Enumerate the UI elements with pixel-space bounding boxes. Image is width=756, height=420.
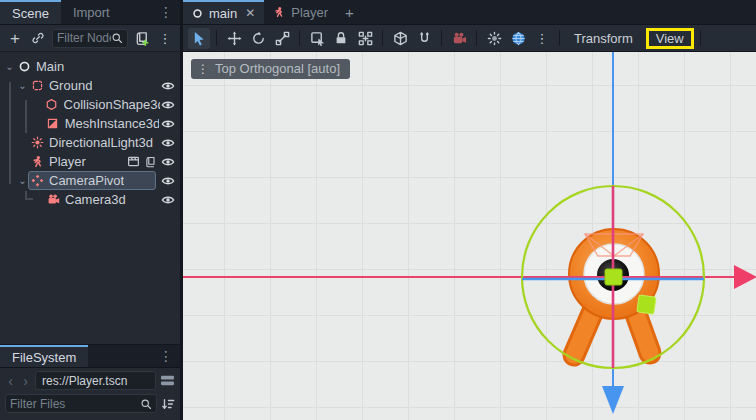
tree-item-label: Ground	[49, 78, 92, 93]
tree-item-collisionshape3d[interactable]: CollisionShape3d	[0, 95, 180, 114]
add-node-button[interactable]: +	[6, 28, 24, 48]
rotate-tool-button[interactable]	[247, 28, 269, 49]
scene-tree-menu-dots-icon[interactable]: ⋮	[156, 28, 174, 48]
local-space-cube-icon	[393, 31, 408, 46]
snap-magnet-icon	[417, 31, 432, 46]
collapse-arrow-icon[interactable]: ⌄	[16, 175, 29, 186]
snap-toggle-button[interactable]	[413, 28, 435, 49]
tree-item-label: MeshInstance3d	[65, 116, 159, 131]
gizmo-plane-handle[interactable]	[637, 295, 656, 314]
attach-script-button[interactable]	[133, 28, 151, 48]
lock-icon	[334, 31, 348, 45]
visibility-eye-icon[interactable]	[159, 155, 176, 169]
tree-item-label: Camera3d	[65, 192, 126, 207]
tab-import[interactable]: Import	[61, 0, 122, 24]
scene-tree: ⌄ Main ⌄ Ground CollisionShape3d	[0, 52, 180, 345]
tab-filesystem[interactable]: FileSystem	[0, 345, 88, 367]
filter-files-field[interactable]	[5, 394, 157, 413]
annotation-highlight-box: View	[646, 28, 694, 49]
nav-forward-icon[interactable]: ›	[20, 373, 31, 389]
list-select-icon	[310, 31, 325, 46]
scene-tab-main[interactable]: main ✕	[183, 0, 264, 24]
move-tool-icon	[227, 31, 242, 46]
scale-tool-button[interactable]	[271, 28, 293, 49]
scene-tabbar: main ✕ Player +	[183, 0, 756, 25]
filter-nodes-input[interactable]	[57, 31, 111, 45]
tab-scene-label: Scene	[12, 6, 49, 21]
tree-item-camerapivot[interactable]: ⌄ CameraPivot	[0, 171, 180, 190]
directionallight3d-icon	[31, 136, 44, 149]
viewport-view-label: Top Orthogonal [auto]	[215, 61, 340, 76]
left-dock: Scene Import ⋮ +	[0, 0, 180, 420]
player-character-icon	[31, 155, 44, 168]
tree-item-label: Main	[36, 59, 64, 74]
viewport-toolbar: ⋮ Transform View	[183, 25, 756, 52]
visibility-eye-icon[interactable]	[160, 98, 176, 112]
main-editor-area: main ✕ Player +	[180, 0, 756, 420]
tab-scene[interactable]: Scene	[0, 0, 61, 24]
group-node-button[interactable]	[354, 28, 376, 49]
tree-item-meshinstance3d[interactable]: MeshInstance3d	[0, 114, 180, 133]
use-local-space-button[interactable]	[389, 28, 411, 49]
visibility-eye-icon[interactable]	[159, 193, 176, 207]
scene-dock-menu-dots-icon[interactable]: ⋮	[152, 0, 180, 24]
viewport-view-menu-dots-icon[interactable]: ⋮	[197, 62, 209, 76]
scene-tab-player-label: Player	[291, 5, 328, 20]
node-icon	[18, 60, 31, 73]
tree-item-ground[interactable]: ⌄ Ground	[0, 76, 180, 95]
tab-import-label: Import	[73, 5, 110, 20]
3d-viewport[interactable]: ⋮ Top Orthogonal [auto]	[183, 52, 756, 420]
move-tool-button[interactable]	[223, 28, 245, 49]
visibility-eye-icon[interactable]	[159, 136, 176, 150]
godot-editor-window: Scene Import ⋮ +	[0, 0, 756, 420]
view-menu[interactable]: View	[654, 31, 686, 46]
list-select-tool-button[interactable]	[306, 28, 328, 49]
node-icon	[192, 8, 203, 19]
script-badge-icon[interactable]	[142, 156, 159, 168]
collapse-arrow-icon[interactable]: ⌄	[16, 80, 29, 91]
filesystem-filter-row	[0, 391, 180, 414]
filter-files-input[interactable]	[10, 397, 140, 411]
gizmo-z-move-arrow[interactable]	[602, 386, 624, 414]
open-instanced-scene-icon[interactable]	[125, 155, 142, 168]
tree-item-camera3d[interactable]: Camera3d	[0, 190, 180, 209]
collapse-arrow-icon[interactable]: ⌄	[3, 61, 16, 72]
gizmo-x-move-arrow[interactable]	[734, 265, 756, 289]
tree-item-player[interactable]: Player	[0, 152, 180, 171]
tree-item-label: DirectionalLight3d	[49, 135, 153, 150]
close-tab-icon[interactable]: ✕	[245, 6, 255, 20]
scene-tab-player[interactable]: Player	[264, 0, 337, 24]
sort-files-icon[interactable]	[161, 397, 175, 411]
scene-dock-tabbar: Scene Import ⋮	[0, 0, 180, 25]
transform-menu[interactable]: Transform	[566, 31, 641, 46]
filter-nodes-field[interactable]	[52, 29, 128, 48]
tree-item-label: CollisionShape3d	[64, 97, 160, 112]
nav-back-icon[interactable]: ‹	[5, 373, 16, 389]
tree-item-main[interactable]: ⌄ Main	[0, 57, 180, 76]
preview-camera-button[interactable]	[448, 28, 470, 49]
toggle-split-mode-icon[interactable]	[160, 374, 175, 387]
viewport-menu-dots-icon[interactable]: ⋮	[531, 28, 553, 49]
filesystem-menu-dots-icon[interactable]: ⋮	[152, 345, 180, 367]
preview-environment-button[interactable]	[507, 28, 529, 49]
scale-tool-icon	[275, 31, 290, 46]
current-path-text: res://Player.tscn	[42, 374, 127, 388]
viewport-canvas[interactable]	[183, 52, 756, 420]
new-scene-tab-button[interactable]: +	[337, 0, 362, 24]
select-tool-button[interactable]	[188, 28, 210, 49]
visibility-eye-icon[interactable]	[159, 174, 176, 188]
current-path-field[interactable]: res://Player.tscn	[35, 371, 156, 390]
camera-preview-icon	[452, 31, 467, 46]
viewport-view-chip[interactable]: ⋮ Top Orthogonal [auto]	[191, 59, 350, 79]
gizmo-center-handle[interactable]	[605, 269, 622, 285]
preview-sunlight-button[interactable]	[483, 28, 505, 49]
lock-node-button[interactable]	[330, 28, 352, 49]
search-icon	[111, 32, 123, 44]
visibility-eye-icon[interactable]	[159, 79, 176, 93]
filesystem-dock: FileSystem ⋮ ‹ › res://Player.tscn	[0, 344, 180, 420]
search-icon	[140, 398, 152, 410]
tree-item-directionallight3d[interactable]: DirectionalLight3d	[0, 133, 180, 152]
instance-scene-button[interactable]	[29, 28, 47, 48]
visibility-eye-icon[interactable]	[159, 117, 176, 131]
group-nodes-icon	[358, 31, 373, 46]
